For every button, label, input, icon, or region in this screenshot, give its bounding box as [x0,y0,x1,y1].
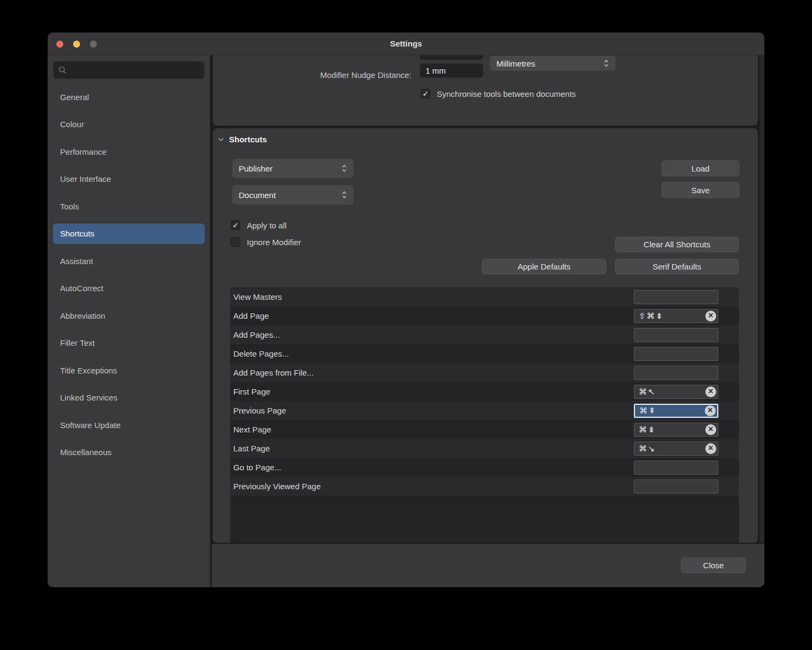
traffic-lights [56,41,97,48]
zoom-window-button[interactable] [90,41,97,48]
ignore-modifier-checkbox[interactable] [231,237,240,247]
search-icon [58,66,67,74]
main-area: Millimetres Modifier Nudge Distance: 1 m… [212,55,764,587]
shortcut-field[interactable]: ⌘⇟ × [634,423,718,437]
shortcut-field[interactable]: × [634,461,718,475]
window-title: Settings [390,39,422,48]
table-row: Delete Pages... × [230,344,739,363]
apply-to-all-label: Apply to all [247,221,286,230]
load-button[interactable]: Load [662,160,739,176]
footer: Close [212,543,764,587]
sidebar-item-autocorrect[interactable]: AutoCorrect [53,278,205,299]
table-row: Previously Viewed Page × [230,477,739,496]
clear-shortcut-button[interactable]: × [705,311,716,321]
sidebar-item-filler-text[interactable]: Filler Text [53,333,205,353]
sidebar-item-user-interface[interactable]: User Interface [53,169,205,189]
sidebar-item-performance[interactable]: Performance [53,141,205,162]
action-label: Go to Page... [233,463,281,472]
sidebar: General Colour Performance User Interfac… [48,55,212,587]
sidebar-item-software-update[interactable]: Software Update [53,415,205,435]
x-icon: × [708,387,713,396]
shortcut-field[interactable]: × [634,328,718,342]
serif-defaults-button[interactable]: Serif Defaults [615,259,739,274]
shortcut-keys: ⌘↘ [639,444,656,454]
clear-shortcut-button[interactable]: × [705,405,716,416]
sidebar-item-general[interactable]: General [53,87,205,107]
sidebar-item-tools[interactable]: Tools [53,196,205,216]
units-select[interactable]: Millimetres [490,56,615,71]
sidebar-item-miscellaneous[interactable]: Miscellaneous [53,442,205,463]
table-row: View Masters × [230,287,739,306]
nudge-distance-value: 1 mm [425,66,446,75]
sync-tools-checkbox[interactable]: ✓ [421,89,430,99]
sidebar-items: General Colour Performance User Interfac… [53,87,205,463]
shortcut-field[interactable]: ⌘⇞ × [634,404,718,418]
sidebar-item-linked-services[interactable]: Linked Services [53,388,205,408]
clear-shortcut-button[interactable]: × [705,386,716,397]
app-select[interactable]: Publisher [232,159,353,178]
action-label: View Masters [233,292,282,301]
section-collapse-icon[interactable] [218,137,224,142]
shortcuts-panel: Shortcuts Publisher Document [213,128,758,543]
nudge-distance-label: Modifier Nudge Distance: [213,70,411,80]
sidebar-item-colour[interactable]: Colour [53,114,205,135]
scrollbar-gutter[interactable] [759,55,764,543]
table-row: Last Page ⌘↘ × [230,439,739,458]
sync-tools-label: Synchronise tools between documents [437,89,576,99]
sidebar-item-label: Software Update [60,421,121,430]
shortcut-field[interactable]: × [634,480,718,494]
sidebar-item-assistant[interactable]: Assistant [53,251,205,271]
shortcut-field[interactable]: ⌘↘ × [634,442,718,456]
action-label: Previous Page [233,406,286,415]
checkmark-icon: ✓ [232,221,239,229]
close-window-button[interactable] [56,41,63,48]
sidebar-item-label: Title Exceptions [60,366,117,375]
close-button[interactable]: Close [681,557,746,573]
shortcut-field[interactable]: ⇧⌘⇟ × [634,309,718,323]
action-label: Add Pages... [233,330,280,339]
sidebar-item-label: Shortcuts [60,229,94,238]
search-input[interactable] [53,61,205,79]
table-row: First Page ⌘↖ × [230,382,739,401]
settings-window: Settings General Colour Performance User… [48,32,764,587]
clipped-nudge-input[interactable] [420,55,483,60]
category-select-value: Document [239,191,276,200]
table-row: Add Pages from File... × [230,363,739,382]
clear-shortcut-button[interactable]: × [705,424,716,435]
table-row: Previous Page ⌘⇞ × [230,401,739,420]
sidebar-item-abbreviation[interactable]: Abbreviation [53,305,205,326]
shortcut-field[interactable]: ⌘↖ × [634,385,718,399]
section-title: Shortcuts [229,135,267,144]
sidebar-item-label: AutoCorrect [60,284,103,293]
sidebar-item-label: Assistant [60,257,93,266]
category-select[interactable]: Document [232,185,353,205]
action-label: Add Page [233,311,269,320]
units-select-value: Millimetres [496,59,535,68]
shortcut-keys: ⌘⇟ [639,425,656,435]
minimize-window-button[interactable] [73,41,80,48]
sidebar-item-label: Performance [60,147,107,156]
sidebar-item-shortcuts[interactable]: Shortcuts [53,224,205,244]
shortcut-field[interactable]: × [634,366,718,380]
sidebar-item-label: General [60,93,89,102]
apply-to-all-checkbox[interactable]: ✓ [231,220,240,230]
sidebar-item-label: Tools [60,202,79,211]
shortcut-field[interactable]: × [634,347,718,361]
titlebar: Settings [48,32,764,55]
shortcuts-table: View Masters × Add Page ⇧⌘⇟ × Add Pages.… [230,287,739,543]
nudge-distance-input[interactable]: 1 mm [420,63,483,78]
clear-shortcut-button[interactable]: × [705,443,716,454]
table-row: Add Pages... × [230,325,739,344]
shortcut-field[interactable]: × [634,290,718,304]
apple-defaults-button[interactable]: Apple Defaults [482,259,606,274]
table-row: Go to Page... × [230,458,739,477]
sidebar-item-title-exceptions[interactable]: Title Exceptions [53,360,205,380]
clear-all-shortcuts-button[interactable]: Clear All Shortcuts [615,237,739,252]
action-label: Previously Viewed Page [233,482,320,491]
save-button[interactable]: Save [662,182,739,198]
select-updown-icon [604,59,609,68]
x-icon: × [708,406,712,415]
app-select-value: Publisher [239,164,273,173]
action-label: Add Pages from File... [233,368,313,377]
shortcut-keys: ⌘↖ [639,387,656,397]
